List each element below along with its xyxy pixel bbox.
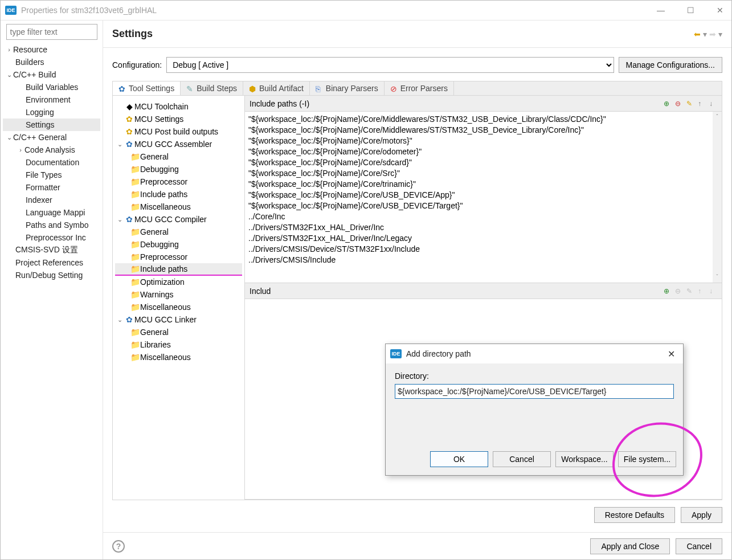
tab-error-parsers[interactable]: ⊘Error Parsers <box>385 81 454 95</box>
tt-linker[interactable]: ⌄✿MCU GCC Linker <box>115 313 242 326</box>
list-item[interactable]: "${workspace_loc:/${ProjName}/Core/odome… <box>248 146 718 157</box>
list-item[interactable]: ../Drivers/CMSIS/Include <box>248 255 718 265</box>
tt-c-debug[interactable]: 📁Debugging <box>115 238 242 251</box>
scroll-up-icon[interactable]: ˆ <box>716 112 718 122</box>
nav-cmsis[interactable]: CMSIS-SVD 设置 <box>3 244 100 256</box>
list-item[interactable]: ../Drivers/STM32F1xx_HAL_Driver/Inc/Lega… <box>248 233 718 244</box>
label: Build Artifact <box>259 84 304 93</box>
back-menu-icon[interactable]: ▾ <box>703 30 707 39</box>
list-item[interactable]: "${workspace_loc:/${ProjName}/Core/USB_D… <box>248 190 718 201</box>
tt-asm-debug[interactable]: 📁Debugging <box>115 163 242 175</box>
close-icon[interactable]: ✕ <box>713 3 727 17</box>
edit-icon[interactable]: ✎ <box>686 100 694 108</box>
nav-builders[interactable]: Builders <box>3 56 100 68</box>
tt-l-misc[interactable]: 📁Miscellaneous <box>115 351 242 363</box>
tt-c-include[interactable]: 📁Include paths <box>115 263 242 276</box>
nav-build-vars[interactable]: Build Variables <box>3 81 100 93</box>
nav-formatter[interactable]: Formatter <box>3 181 100 194</box>
minimize-icon[interactable]: — <box>654 3 668 17</box>
tt-asm-include[interactable]: 📁Include paths <box>115 188 242 201</box>
nav-settings[interactable]: Settings <box>3 118 100 131</box>
list-item[interactable]: ../Core/Inc <box>248 211 718 222</box>
dialog-close-icon[interactable]: ✕ <box>664 348 678 361</box>
list-item[interactable]: "${workspace_loc:/${ProjName}/Core/Middl… <box>248 125 718 136</box>
delete-icon[interactable]: ⊖ <box>675 287 683 295</box>
directory-input[interactable] <box>395 384 674 399</box>
tt-asm[interactable]: ⌄✿MCU GCC Assembler <box>115 138 242 150</box>
tt-settings[interactable]: ✿MCU Settings <box>115 113 242 125</box>
nav-documentation[interactable]: Documentation <box>3 156 100 169</box>
filter-input[interactable] <box>6 24 97 40</box>
tt-c-general[interactable]: 📁General <box>115 226 242 238</box>
list-item[interactable]: ../Drivers/STM32F1xx_HAL_Driver/Inc <box>248 222 718 233</box>
nav-lang-map[interactable]: Language Mappi <box>3 206 100 219</box>
manage-config-button[interactable]: Manage Configurations... <box>619 57 722 73</box>
tt-compiler[interactable]: ⌄✿MCU GCC Compiler <box>115 213 242 226</box>
label: Include paths <box>140 264 187 273</box>
move-down-icon[interactable]: ↓ <box>709 100 717 108</box>
tt-toolchain[interactable]: ◆MCU Toolchain <box>115 100 242 113</box>
tab-tool-settings[interactable]: ✿Tool Settings <box>113 81 181 96</box>
delete-icon[interactable]: ⊖ <box>675 100 683 108</box>
tt-asm-preproc[interactable]: 📁Preprocessor <box>115 175 242 188</box>
nav-preproc-inc[interactable]: Preprocessor Inc <box>3 231 100 244</box>
scrollbar[interactable]: ˆˇ <box>713 112 722 283</box>
label: Project References <box>15 258 83 267</box>
properties-window: IDE Properties for stm32f103vet6_grblHAL… <box>0 0 732 560</box>
nav-code-analysis[interactable]: ›Code Analysis <box>3 144 100 156</box>
tt-c-warn[interactable]: 📁Warnings <box>115 288 242 301</box>
nav-general[interactable]: ⌄C/C++ General <box>3 131 100 144</box>
edit-icon[interactable]: ✎ <box>686 287 694 295</box>
move-down-icon[interactable]: ↓ <box>709 287 717 295</box>
tab-build-artifact[interactable]: ⬢Build Artifact <box>243 81 310 95</box>
list-item[interactable]: "${workspace_loc:/${ProjName}/Core/trina… <box>248 179 718 190</box>
nav-run-debug[interactable]: Run/Debug Setting <box>3 269 100 281</box>
list-item[interactable]: "${workspace_loc:/${ProjName}/Core/Middl… <box>248 114 718 125</box>
config-select[interactable]: Debug [ Active ] <box>166 57 614 73</box>
list-item[interactable]: "${workspace_loc:/${ProjName}/Core/motor… <box>248 136 718 146</box>
tt-asm-misc[interactable]: 📁Miscellaneous <box>115 201 242 213</box>
tt-c-misc[interactable]: 📁Miscellaneous <box>115 301 242 313</box>
tt-l-general[interactable]: 📁General <box>115 326 242 338</box>
nav-build[interactable]: ⌄C/C++ Build <box>3 68 100 81</box>
nav-logging[interactable]: Logging <box>3 106 100 118</box>
nav-indexer[interactable]: Indexer <box>3 194 100 206</box>
tt-asm-general[interactable]: 📁General <box>115 150 242 163</box>
list-item[interactable]: ../Drivers/CMSIS/Device/ST/STM32F1xx/Inc… <box>248 244 718 255</box>
tab-build-steps[interactable]: ✎Build Steps <box>181 81 243 95</box>
label: MCU Settings <box>134 115 183 124</box>
include-paths-list[interactable]: "${workspace_loc:/${ProjName}/Core/Middl… <box>245 112 722 283</box>
label: Debugging <box>140 165 179 174</box>
list-item[interactable]: "${workspace_loc:/${ProjName}/Core/sdcar… <box>248 157 718 168</box>
nav-paths-symbols[interactable]: Paths and Symbo <box>3 219 100 231</box>
back-icon[interactable]: ⬅ <box>694 30 701 39</box>
scroll-down-icon[interactable]: ˇ <box>716 272 718 283</box>
add-icon[interactable]: ⊕ <box>664 100 672 108</box>
apply-close-button[interactable]: Apply and Close <box>590 538 670 554</box>
help-icon[interactable]: ? <box>112 540 125 553</box>
cancel-button[interactable]: Cancel <box>676 538 722 554</box>
list-item[interactable]: "${workspace_loc:/${ProjName}/Core/Src}" <box>248 168 718 179</box>
nav-resource[interactable]: ›Resource <box>3 43 100 56</box>
restore-defaults-button[interactable]: Restore Defaults <box>594 507 675 523</box>
nav-environment[interactable]: Environment <box>3 93 100 106</box>
forward-menu-icon[interactable]: ▾ <box>718 30 722 39</box>
filesystem-button[interactable]: File system... <box>618 451 676 467</box>
tab-binary-parsers[interactable]: ⎘Binary Parsers <box>310 81 385 95</box>
apply-button[interactable]: Apply <box>681 507 722 523</box>
workspace-button[interactable]: Workspace... <box>555 451 614 467</box>
tt-l-libs[interactable]: 📁Libraries <box>115 338 242 351</box>
add-icon[interactable]: ⊕ <box>664 287 672 295</box>
move-up-icon[interactable]: ↑ <box>698 100 706 108</box>
tt-c-opt[interactable]: 📁Optimization <box>115 276 242 288</box>
cancel-button[interactable]: Cancel <box>493 451 551 467</box>
binary-icon: ⎘ <box>316 84 324 92</box>
tt-c-preproc[interactable]: 📁Preprocessor <box>115 251 242 263</box>
list-item[interactable]: "${workspace_loc:/${ProjName}/Core/USB_D… <box>248 201 718 211</box>
ok-button[interactable]: OK <box>430 451 488 467</box>
maximize-icon[interactable]: ☐ <box>684 3 697 17</box>
nav-file-types[interactable]: File Types <box>3 169 100 181</box>
tt-post[interactable]: ✿MCU Post build outputs <box>115 125 242 138</box>
nav-proj-refs[interactable]: Project References <box>3 256 100 269</box>
move-up-icon[interactable]: ↑ <box>698 287 706 295</box>
